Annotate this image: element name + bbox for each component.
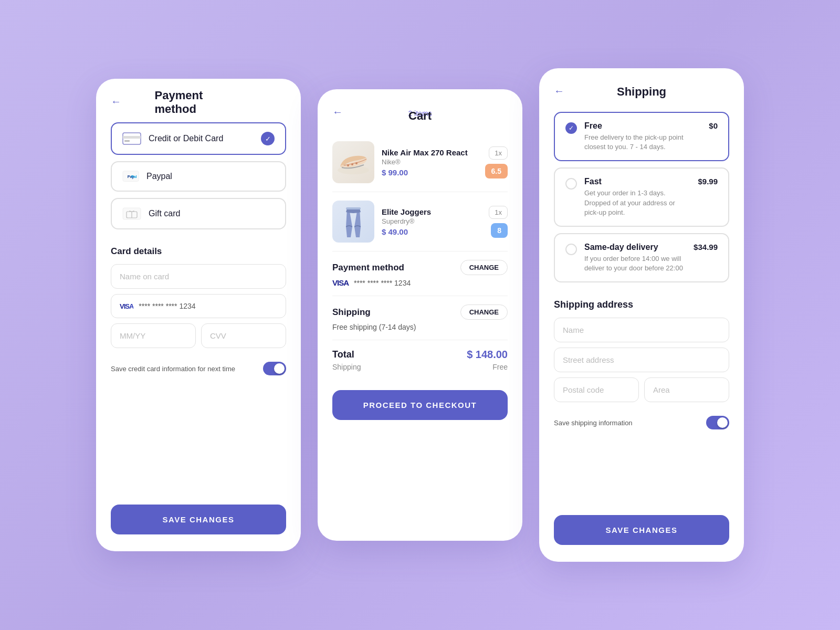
nike-item-brand: Nike® (382, 158, 478, 166)
nike-item-price: $ 99.00 (382, 168, 478, 177)
fast-shipping-price: $9.99 (698, 177, 718, 186)
name-on-card-input[interactable] (111, 264, 286, 289)
payment-option-giftcard[interactable]: Gift card (111, 198, 286, 229)
cart-item-nike: Nike Air Max 270 React Nike® $ 99.00 1x … (332, 133, 508, 192)
sameday-shipping-desc: If you order before 14:00 we will delive… (584, 254, 686, 273)
svg-point-12 (355, 162, 358, 164)
cart-total-section: Total $ 148.00 Shipping Free (332, 340, 508, 382)
cart-total-label: Total (332, 349, 354, 360)
cart-item-joggers: Elite Joggers Superdry® $ 49.00 1x 8 (332, 192, 508, 251)
save-card-label: Save credit card information for next ti… (111, 365, 235, 373)
card-number-masked: **** **** **** 1234 (139, 302, 195, 310)
joggers-size-badge[interactable]: 8 (491, 223, 508, 238)
svg-text:Pal: Pal (131, 175, 137, 180)
nike-item-right: 1x 6.5 (485, 146, 508, 178)
cart-header: ← Cart 2 items (332, 106, 508, 120)
save-shipping-label: Save shipping information (554, 419, 633, 427)
shipping-title: Shipping (617, 85, 666, 99)
joggers-item-info: Elite Joggers Superdry® $ 49.00 (382, 207, 481, 236)
joggers-item-right: 1x 8 (489, 206, 508, 238)
expiry-input[interactable] (111, 323, 196, 348)
cart-shipping-method: Free shipping (7-14 days) (332, 323, 416, 331)
svg-rect-13 (346, 207, 361, 209)
postal-code-input[interactable] (554, 377, 639, 402)
free-shipping-price: $0 (709, 121, 718, 130)
visa-badge: VISA (120, 302, 133, 310)
shipping-save-button[interactable]: SAVE CHANGES (554, 515, 729, 545)
paypal-option-label: Paypal (146, 172, 275, 181)
sameday-shipping-info: Same-day delivery If you order before 14… (584, 243, 686, 273)
cart-shipping-detail: Free shipping (7-14 days) (332, 323, 508, 331)
joggers-item-brand: Superdry® (382, 217, 481, 225)
credit-card-icon (122, 132, 141, 145)
cart-title: Cart (408, 109, 432, 123)
joggers-qty-badge[interactable]: 1x (489, 206, 508, 219)
svg-point-11 (351, 163, 353, 165)
payment-method-card: ← Payment method Credit or Debit Card ✓ … (96, 79, 301, 551)
shipping-change-button[interactable]: CHANGE (460, 304, 508, 320)
cart-card: ← Cart 2 items Nike Air Max 270 React Ni… (318, 89, 522, 541)
joggers-item-price: $ 49.00 (382, 227, 481, 236)
shipping-header: ← Shipping (554, 85, 729, 99)
shipping-card: ← Shipping Free Free delivery to the pic… (539, 68, 744, 562)
cart-payment-section: Payment method CHANGE VISA **** **** ***… (332, 251, 508, 296)
cart-visa-text: VISA (332, 278, 349, 287)
card-details-title: Card details (111, 246, 286, 257)
shipping-option-free[interactable]: Free Free delivery to the pick-up point … (554, 112, 729, 161)
card-number-field[interactable]: VISA **** **** **** 1234 (111, 294, 286, 318)
fast-shipping-desc: Get your order in 1-3 days. Dropped of a… (584, 188, 690, 217)
free-shipping-radio (565, 122, 577, 134)
cart-payment-header: Payment method CHANGE (332, 260, 508, 275)
shipping-address-title: Shipping address (554, 299, 729, 310)
cart-shipping-section: Shipping CHANGE Free shipping (7-14 days… (332, 296, 508, 340)
date-cvv-row (111, 323, 286, 348)
payment-save-button[interactable]: SAVE CHANGES (111, 505, 286, 534)
cart-shipping-label: Shipping (332, 363, 361, 371)
card-option-label: Credit or Debit Card (149, 134, 254, 143)
sameday-shipping-radio (565, 244, 577, 255)
cart-shipping-row: Shipping Free (332, 363, 508, 371)
cart-shipping-free: Free (492, 363, 508, 371)
nike-qty-badge[interactable]: 1x (489, 146, 508, 160)
shipping-option-sameday[interactable]: Same-day delivery If you order before 14… (554, 233, 729, 282)
shipping-name-input[interactable] (554, 318, 729, 342)
svg-rect-2 (124, 140, 130, 142)
card-selected-check: ✓ (261, 132, 275, 145)
nike-item-info: Nike Air Max 270 React Nike® $ 99.00 (382, 148, 478, 177)
payment-option-paypal[interactable]: Pay Pal Paypal (111, 161, 286, 192)
cart-shipping-title: Shipping (332, 307, 371, 318)
cart-back-arrow[interactable]: ← (332, 106, 343, 118)
sameday-shipping-price: $34.99 (694, 243, 718, 251)
cart-total-amount: $ 148.00 (467, 349, 508, 361)
sameday-shipping-name: Same-day delivery (584, 243, 686, 252)
nike-size-badge[interactable]: 6.5 (485, 164, 508, 178)
paypal-icon: Pay Pal (122, 171, 139, 182)
postal-area-row (554, 377, 729, 402)
fast-shipping-info: Fast Get your order in 1-3 days. Dropped… (584, 177, 690, 217)
fast-shipping-radio (565, 178, 577, 190)
payment-header: ← Payment method (111, 96, 286, 110)
free-shipping-name: Free (584, 121, 701, 131)
gift-option-label: Gift card (149, 209, 275, 218)
checkout-button[interactable]: PROCEED TO CHECKOUT (332, 390, 508, 420)
shipping-option-fast[interactable]: Fast Get your order in 1-3 days. Dropped… (554, 167, 729, 227)
cart-total-row: Total $ 148.00 (332, 349, 508, 361)
svg-point-10 (347, 164, 349, 166)
gift-card-icon (122, 207, 141, 220)
shipping-street-input[interactable] (554, 348, 729, 372)
payment-back-arrow[interactable]: ← (111, 96, 121, 108)
payment-title: Payment method (155, 89, 243, 116)
svg-rect-1 (123, 136, 141, 139)
save-shipping-toggle[interactable] (706, 416, 729, 429)
cart-payment-title: Payment method (332, 262, 404, 273)
cart-payment-detail: VISA **** **** **** 1234 (332, 278, 508, 287)
payment-change-button[interactable]: CHANGE (460, 260, 508, 275)
shipping-back-arrow[interactable]: ← (554, 85, 564, 97)
payment-option-card[interactable]: Credit or Debit Card ✓ (111, 122, 286, 155)
save-card-toggle[interactable] (263, 362, 286, 375)
nike-product-image (332, 141, 374, 183)
area-input[interactable] (644, 377, 729, 402)
joggers-item-name: Elite Joggers (382, 207, 481, 216)
save-card-toggle-row: Save credit card information for next ti… (111, 362, 286, 375)
cvv-input[interactable] (201, 323, 286, 348)
